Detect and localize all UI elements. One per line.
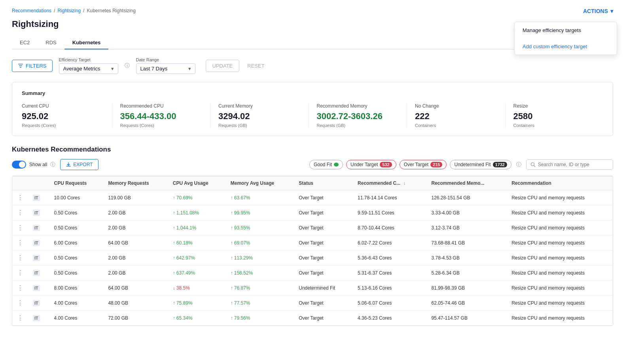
- tab-rds[interactable]: RDS: [38, 36, 64, 49]
- row-menu-cell[interactable]: ⋮: [12, 235, 28, 250]
- row-memory-requests: 72.00 GB: [103, 311, 168, 326]
- row-rec-cpu: 6.02-7.22 Cores: [353, 235, 426, 250]
- row-type-cell: IT: [28, 205, 49, 220]
- under-target-badge[interactable]: Under Target 532: [346, 160, 396, 169]
- table-row: ⋮ IT 0.50 Cores 2.00 GB ↑1,151.08% ↑99.9…: [12, 205, 613, 220]
- row-rec-mem: 81.99-98.39 GB: [427, 281, 507, 296]
- row-memory-requests: 2.00 GB: [103, 220, 168, 235]
- row-cpu-avg: ↑60.18%: [168, 235, 226, 250]
- row-recommendation: Resize CPU and memory requests: [507, 235, 613, 250]
- section-title: Kubernetes Recommendations: [12, 146, 613, 154]
- row-memory-avg: ↑99.95%: [226, 205, 294, 220]
- col-rec-cpu[interactable]: Recommended C... ↓: [353, 176, 426, 190]
- row-recommendation: Resize CPU and memory requests: [507, 250, 613, 265]
- search-input[interactable]: [538, 162, 609, 167]
- metric-no-change: No Change 222 Containers: [415, 103, 506, 128]
- metric-recommended-memory: Recommended Memory 3002.72-3603.26 Reque…: [317, 103, 407, 128]
- metric-current-memory: Current Memory 3294.02 Requests (GB): [218, 103, 309, 128]
- over-target-badge[interactable]: Over Target 215: [400, 160, 447, 169]
- col-rec-mem[interactable]: Recommended Memo...: [427, 176, 507, 190]
- summary-box: Summary Current CPU 925.02 Requests (Cor…: [12, 82, 613, 136]
- undetermined-fit-badge[interactable]: Undetermined Fit 1732: [450, 160, 511, 169]
- col-memory-avg[interactable]: Memory Avg Usage: [226, 176, 294, 190]
- row-menu-cell[interactable]: ⋮: [12, 220, 28, 235]
- filters-button[interactable]: FILTERS: [12, 60, 53, 72]
- row-rec-mem: 126.28-151.54 GB: [427, 190, 507, 205]
- svg-line-4: [534, 166, 535, 167]
- col-memory-requests[interactable]: Memory Requests: [103, 176, 168, 190]
- manage-efficiency-item[interactable]: Manage efficiency targets: [515, 22, 617, 38]
- breadcrumb-rightsizing[interactable]: Rightsizing: [57, 8, 81, 13]
- row-menu-cell[interactable]: ⋮: [12, 250, 28, 265]
- badges-info-icon[interactable]: ⓘ: [516, 161, 521, 168]
- filter-action-buttons: UPDATE RESET: [206, 60, 269, 72]
- row-memory-avg: ↑63.67%: [226, 190, 294, 205]
- row-cpu-avg: ↑1,044.1%: [168, 220, 226, 235]
- row-menu-cell[interactable]: ⋮: [12, 190, 28, 205]
- add-custom-efficiency-item[interactable]: Add custom efficiency target: [515, 38, 617, 55]
- row-rec-cpu: 5.31-6.37 Cores: [353, 265, 426, 281]
- metric-resize: Resize 2580 Containers: [513, 103, 604, 128]
- row-recommendation: Resize CPU and memory requests: [507, 190, 613, 205]
- row-memory-requests: 64.00 GB: [103, 281, 168, 296]
- row-recommendation: Resize CPU and memory requests: [507, 311, 613, 326]
- row-rec-mem: 5.28-6.34 GB: [427, 265, 507, 281]
- row-menu-cell[interactable]: ⋮: [12, 205, 28, 220]
- col-menu: [12, 176, 28, 190]
- row-type-cell: IT: [28, 235, 49, 250]
- col-status[interactable]: Status: [294, 176, 353, 190]
- row-cpu-requests: 10.00 Cores: [49, 190, 104, 205]
- recommendations-table: CPU Requests Memory Requests CPU Avg Usa…: [12, 176, 613, 326]
- filters-row: FILTERS Efficiency Target Average Metric…: [12, 57, 613, 74]
- row-rec-cpu: 4.36-5.23 Cores: [353, 311, 426, 326]
- row-menu-cell[interactable]: ⋮: [12, 281, 28, 296]
- actions-button[interactable]: ACTIONS ▾: [583, 8, 613, 14]
- row-memory-requests: 64.00 GB: [103, 235, 168, 250]
- row-status: Over Target: [294, 205, 353, 220]
- row-memory-avg: ↑69.07%: [226, 235, 294, 250]
- row-memory-avg: ↑113.29%: [226, 250, 294, 265]
- table-row: ⋮ IT 4.00 Cores 72.00 GB ↑65.34% ↑79.56%…: [12, 311, 613, 326]
- row-type-cell: IT: [28, 250, 49, 265]
- table-row: ⋮ IT 0.50 Cores 2.00 GB ↑637.49% ↑158.52…: [12, 265, 613, 281]
- tab-ec2[interactable]: EC2: [12, 36, 38, 49]
- row-status: Over Target: [294, 296, 353, 311]
- filter-icon: [18, 63, 23, 68]
- reset-button[interactable]: RESET: [243, 60, 268, 72]
- efficiency-target-group: Efficiency Target Average Metrics ▾: [59, 57, 118, 74]
- row-status: Over Target: [294, 190, 353, 205]
- breadcrumb-recommendations[interactable]: Recommendations: [12, 8, 51, 13]
- row-memory-requests: 2.00 GB: [103, 205, 168, 220]
- breadcrumb: Recommendations / Rightsizing / Kubernet…: [12, 8, 613, 13]
- row-menu-cell[interactable]: ⋮: [12, 311, 28, 326]
- good-fit-badge[interactable]: Good Fit: [309, 160, 343, 169]
- show-all-toggle[interactable]: [12, 161, 26, 169]
- col-recommendation[interactable]: Recommendation: [507, 176, 613, 190]
- col-cpu-requests[interactable]: CPU Requests: [49, 176, 104, 190]
- row-memory-requests: 2.00 GB: [103, 250, 168, 265]
- metric-current-cpu: Current CPU 925.02 Requests (Cores): [22, 103, 112, 128]
- row-menu-cell[interactable]: ⋮: [12, 265, 28, 281]
- row-type-cell: IT: [28, 281, 49, 296]
- row-recommendation: Resize CPU and memory requests: [507, 281, 613, 296]
- row-memory-avg: ↑79.56%: [226, 311, 294, 326]
- export-button[interactable]: EXPORT: [60, 159, 98, 170]
- row-recommendation: Resize CPU and memory requests: [507, 220, 613, 235]
- row-menu-cell[interactable]: ⋮: [12, 296, 28, 311]
- update-button[interactable]: UPDATE: [206, 60, 240, 72]
- row-cpu-requests: 6.00 Cores: [49, 235, 104, 250]
- efficiency-info-icon[interactable]: ⓘ: [125, 62, 130, 69]
- row-recommendation: Resize CPU and memory requests: [507, 205, 613, 220]
- export-icon: [66, 162, 71, 167]
- row-rec-mem: 95.47-114.57 GB: [427, 311, 507, 326]
- search-wrap: [526, 159, 613, 170]
- col-cpu-avg[interactable]: CPU Avg Usage: [168, 176, 226, 190]
- show-all-info-icon[interactable]: ⓘ: [50, 161, 55, 168]
- row-rec-cpu: 11.78-14.14 Cores: [353, 190, 426, 205]
- date-range-group: Date Range Last 7 Days ▾: [136, 57, 195, 74]
- date-range-select[interactable]: Last 7 Days ▾: [136, 63, 195, 74]
- row-rec-cpu: 9.59-11.51 Cores: [353, 205, 426, 220]
- tab-kubernetes[interactable]: Kubernetes: [64, 36, 109, 49]
- efficiency-target-select[interactable]: Average Metrics ▾: [59, 63, 118, 74]
- row-cpu-avg: ↑637.49%: [168, 265, 226, 281]
